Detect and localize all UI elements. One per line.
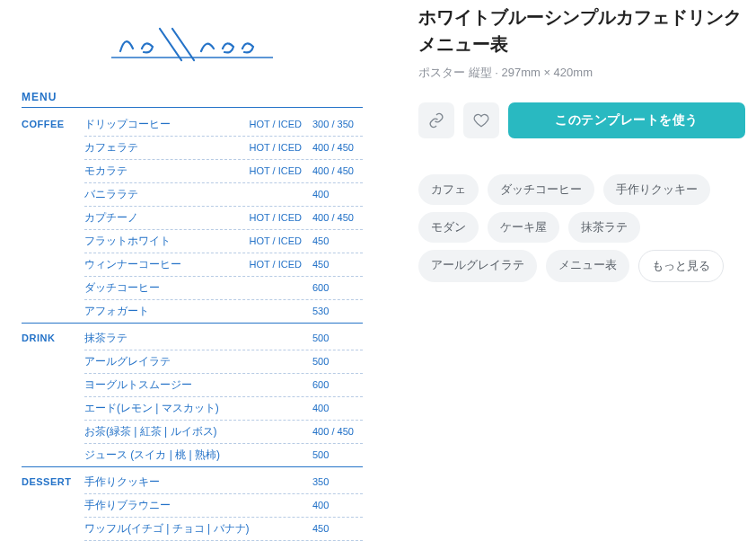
- item-price: 450: [312, 259, 363, 270]
- item-name: お茶(緑茶 | 紅茶 | ルイボス): [84, 424, 217, 439]
- item-name: フラットホワイト: [84, 234, 171, 249]
- item-price: 450: [312, 523, 363, 534]
- menu-item: カフェラテHOT / ICED400 / 450: [84, 137, 363, 160]
- item-name: アフォガート: [84, 304, 149, 319]
- item-name: ダッチコーヒー: [84, 280, 160, 296]
- item-name: 手作りブラウニー: [84, 498, 171, 513]
- item-temp: HOT / ICED: [181, 259, 312, 270]
- item-price: 400: [312, 403, 363, 413]
- item-name: ジュース (スイカ | 桃 | 熟柿): [84, 448, 220, 463]
- item-name: アールグレイラテ: [84, 354, 171, 369]
- template-preview: MENU COFFEEドリップコーヒーHOT / ICED300 / 350カフ…: [0, 0, 377, 541]
- item-price: 350: [312, 476, 363, 487]
- tag[interactable]: 抹茶ラテ: [568, 212, 640, 243]
- menu-item: ジュース (スイカ | 桃 | 熟柿)500: [84, 444, 363, 466]
- menu-item: バニララテ400: [84, 183, 363, 207]
- favorite-button[interactable]: [463, 102, 499, 138]
- tag[interactable]: ダッチコーヒー: [488, 174, 594, 205]
- item-name: バニララテ: [84, 187, 138, 202]
- menu-item: ワッフル(イチゴ | チョコ | バナナ)450: [84, 518, 363, 541]
- item-price: 300 / 350: [312, 119, 363, 129]
- menu-item: アールグレイラテ500: [84, 350, 363, 374]
- menu-item: カプチーノHOT / ICED400 / 450: [84, 207, 363, 230]
- menu-item: アフォガート530: [84, 300, 363, 323]
- menu-card: MENU COFFEEドリップコーヒーHOT / ICED300 / 350カフ…: [13, 20, 372, 541]
- menu-section: COFFEEドリップコーヒーHOT / ICED300 / 350カフェラテHO…: [22, 113, 363, 324]
- item-price: 500: [312, 333, 363, 343]
- share-button[interactable]: [418, 102, 454, 138]
- section-label: COFFEE: [22, 113, 84, 323]
- menu-item: 抹茶ラテ500: [84, 327, 363, 350]
- item-name: カプチーノ: [84, 210, 138, 226]
- menu-item: お茶(緑茶 | 紅茶 | ルイボス)400 / 450: [84, 421, 363, 444]
- item-price: 450: [312, 235, 363, 246]
- section-items: 手作りクッキー350手作りブラウニー400ワッフル(イチゴ | チョコ | バナ…: [84, 471, 363, 541]
- menu-section: DRINK抹茶ラテ500アールグレイラテ500ヨーグルトスムージー600エード(…: [22, 327, 363, 467]
- menu-section: DESSERT手作りクッキー350手作りブラウニー400ワッフル(イチゴ | チ…: [22, 471, 363, 541]
- item-name: ドリップコーヒー: [84, 117, 171, 132]
- item-price: 600: [312, 282, 363, 293]
- item-price: 400 / 450: [312, 165, 363, 176]
- item-temp: HOT / ICED: [171, 119, 312, 129]
- menu-title: MENU: [22, 91, 363, 108]
- section-label: DRINK: [22, 327, 84, 466]
- tag[interactable]: モダン: [418, 212, 479, 243]
- menu-item: モカラテHOT / ICED400 / 450: [84, 160, 363, 183]
- menu-item: 手作りクッキー350: [84, 471, 363, 494]
- item-price: 400: [312, 189, 363, 200]
- menu-item: ヨーグルトスムージー600: [84, 374, 363, 397]
- logo: [13, 20, 372, 73]
- item-temp: HOT / ICED: [127, 165, 312, 176]
- item-price: 500: [312, 449, 363, 460]
- menu-item: エード(レモン | マスカット)400: [84, 397, 363, 421]
- item-price: 400 / 450: [312, 212, 363, 223]
- item-temp: HOT / ICED: [138, 212, 312, 223]
- tag[interactable]: アールグレイラテ: [418, 250, 537, 282]
- menu-item: フラットホワイトHOT / ICED450: [84, 230, 363, 253]
- template-title: ホワイトブルーシンプルカフェドリンクメニュー表: [418, 4, 745, 58]
- item-temp: HOT / ICED: [171, 235, 312, 246]
- item-price: 400: [312, 500, 363, 510]
- tag[interactable]: カフェ: [418, 174, 479, 205]
- tag[interactable]: メニュー表: [546, 250, 629, 282]
- item-name: モカラテ: [84, 164, 127, 179]
- tag-list: カフェダッチコーヒー手作りクッキーモダンケーキ屋抹茶ラテアールグレイラテメニュー…: [418, 174, 745, 282]
- item-name: ワッフル(イチゴ | チョコ | バナナ): [84, 521, 250, 537]
- use-template-button[interactable]: このテンプレートを使う: [508, 102, 745, 138]
- action-row: このテンプレートを使う: [418, 102, 745, 138]
- menu-item: ダッチコーヒー600: [84, 277, 363, 300]
- details-panel: ホワイトブルーシンプルカフェドリンクメニュー表 ポスター 縦型 · 297mm …: [377, 0, 756, 541]
- item-price: 400 / 450: [312, 426, 363, 437]
- menu-item: ドリップコーヒーHOT / ICED300 / 350: [84, 113, 363, 137]
- menu-item: ウィンナーコーヒーHOT / ICED450: [84, 253, 363, 277]
- item-price: 400 / 450: [312, 142, 363, 153]
- heart-icon: [473, 112, 489, 129]
- item-name: 抹茶ラテ: [84, 331, 127, 346]
- item-name: ヨーグルトスムージー: [84, 377, 192, 393]
- menu-item: 手作りブラウニー400: [84, 494, 363, 518]
- link-icon: [428, 112, 444, 129]
- item-price: 600: [312, 379, 363, 390]
- item-name: エード(レモン | マスカット): [84, 401, 219, 416]
- section-items: 抹茶ラテ500アールグレイラテ500ヨーグルトスムージー600エード(レモン |…: [84, 327, 363, 466]
- item-price: 500: [312, 356, 363, 367]
- item-price: 530: [312, 306, 363, 316]
- section-items: ドリップコーヒーHOT / ICED300 / 350カフェラテHOT / IC…: [84, 113, 363, 323]
- item-name: ウィンナーコーヒー: [84, 257, 181, 272]
- item-name: 手作りクッキー: [84, 474, 160, 490]
- item-temp: HOT / ICED: [138, 142, 312, 153]
- tag[interactable]: 手作りクッキー: [603, 174, 710, 205]
- item-name: カフェラテ: [84, 140, 138, 155]
- template-meta: ポスター 縦型 · 297mm × 420mm: [418, 65, 745, 81]
- more-tags-button[interactable]: もっと見る: [638, 250, 724, 282]
- tag[interactable]: ケーキ屋: [488, 212, 559, 243]
- section-label: DESSERT: [22, 471, 84, 541]
